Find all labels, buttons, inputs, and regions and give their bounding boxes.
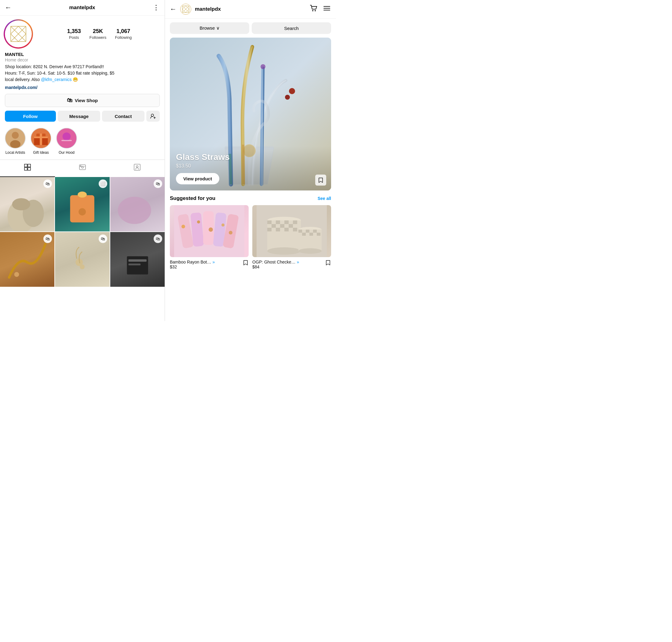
tab-grid[interactable] — [0, 160, 55, 177]
svg-point-103 — [299, 248, 322, 254]
svg-point-71 — [182, 225, 185, 228]
grid-item[interactable]: 🛍 — [110, 177, 164, 231]
grid-item[interactable]: ⬜ — [55, 177, 109, 231]
highlight-circle-3 — [56, 128, 77, 149]
highlight-gift-ideas[interactable]: Gift Ideas — [30, 128, 51, 155]
content-tabs — [0, 159, 164, 177]
svg-point-75 — [229, 231, 233, 234]
svg-rect-29 — [134, 164, 140, 170]
suggested-item[interactable]: Bamboo Rayon Bot… » $32 — [170, 205, 249, 272]
view-shop-button[interactable]: 🛍 View Shop — [5, 94, 160, 107]
add-user-button[interactable] — [146, 111, 160, 122]
svg-rect-82 — [276, 220, 280, 224]
svg-rect-88 — [272, 224, 276, 228]
svg-rect-80 — [267, 220, 272, 224]
svg-rect-105 — [302, 230, 306, 233]
tab-reels[interactable] — [55, 160, 110, 177]
tab-tagged[interactable] — [110, 160, 164, 177]
suggested-item-name: Bamboo Rayon Bot… — [170, 259, 211, 265]
message-button[interactable]: Message — [58, 111, 100, 122]
shop-badge: ⬜ — [98, 179, 107, 188]
left-header: ← mantelpdx ⋮ — [0, 0, 164, 16]
svg-point-59 — [261, 64, 265, 69]
avatar[interactable] — [5, 21, 32, 47]
menu-icon[interactable] — [322, 4, 331, 14]
profile-bio: Shop location: 8202 N. Denver Ave 97217 … — [5, 64, 160, 83]
svg-point-61 — [289, 88, 295, 94]
svg-rect-81 — [272, 220, 276, 224]
cart-icon[interactable] — [309, 4, 318, 14]
svg-point-30 — [136, 166, 138, 168]
grid-item[interactable]: 🛍 — [0, 177, 54, 231]
bio-emoji: 😁 — [72, 77, 78, 82]
reels-icon — [79, 164, 86, 173]
suggested-item-footer: Bamboo Rayon Bot… » $32 — [170, 257, 249, 272]
grid-item[interactable]: 🛍 — [110, 232, 164, 286]
suggested-section: Suggested for you See all — [165, 195, 336, 272]
shop-badge: 🛍 — [154, 179, 162, 188]
svg-point-33 — [12, 198, 30, 210]
svg-rect-23 — [24, 168, 27, 170]
svg-rect-115 — [317, 233, 320, 236]
followers-label: Followers — [90, 35, 107, 40]
browse-button[interactable]: Browse ∨ — [170, 22, 249, 34]
svg-rect-95 — [272, 228, 276, 231]
contact-button[interactable]: Contact — [102, 111, 144, 122]
svg-point-52 — [312, 10, 313, 11]
search-label: Search — [284, 26, 299, 31]
svg-rect-107 — [309, 230, 313, 233]
svg-rect-97 — [280, 228, 285, 231]
posts-stat[interactable]: 1,353 Posts — [67, 28, 81, 40]
suggested-img-1 — [170, 205, 249, 257]
svg-point-72 — [197, 220, 200, 223]
svg-rect-104 — [299, 230, 302, 233]
product-price: $13.50 — [176, 163, 325, 169]
see-all-link[interactable]: See all — [318, 196, 331, 201]
grid-item[interactable]: 🛍 — [0, 232, 54, 286]
right-shop-name: mantelpdx — [195, 6, 221, 12]
svg-rect-98 — [285, 228, 289, 231]
featured-product[interactable]: Glass Straws $13.50 View product — [170, 38, 331, 191]
more-options-button[interactable]: ⋮ — [153, 4, 160, 12]
posts-grid: 🛍 ⬜ 🛍 — [0, 177, 164, 287]
followers-stat[interactable]: 25K Followers — [90, 28, 107, 40]
bookmark-small-1[interactable] — [242, 259, 249, 267]
suggested-title: Suggested for you — [170, 195, 215, 202]
svg-rect-17 — [34, 136, 48, 138]
profile-link[interactable]: mantelpdx.com/ — [5, 85, 38, 90]
bookmark-small-2[interactable] — [325, 259, 331, 267]
bookmark-button[interactable] — [315, 175, 326, 185]
grid-item[interactable]: 🛍 — [55, 232, 109, 286]
search-button[interactable]: Search — [252, 22, 331, 34]
suggested-item-price: $32 — [170, 265, 242, 269]
mention-link[interactable]: @kfm_ceramics — [41, 77, 72, 82]
product-info-overlay: Glass Straws $13.50 View product — [170, 146, 331, 191]
following-label: Following — [115, 35, 132, 40]
grid-icon — [24, 164, 31, 173]
highlight-label-2: Gift Ideas — [33, 151, 49, 155]
right-header: ← mantelpdx — [165, 0, 336, 18]
bio-line3: local delivery. Also — [5, 77, 41, 82]
svg-rect-24 — [28, 168, 30, 170]
back-button[interactable]: ← — [5, 4, 12, 12]
shop-badge: 🛍 — [98, 234, 107, 243]
svg-rect-100 — [293, 228, 297, 231]
svg-rect-86 — [293, 220, 297, 224]
suggested-item[interactable]: OGP: Ghost Checke… » $84 — [252, 205, 331, 272]
follow-button[interactable]: Follow — [5, 111, 56, 122]
product-title: Glass Straws — [176, 152, 325, 162]
profile-stats: 1,353 Posts 25K Followers 1,067 Followin… — [39, 28, 160, 40]
svg-rect-92 — [289, 224, 293, 228]
shop-bag-icon: 🛍 — [67, 97, 73, 104]
bio-line1: Shop location: 8202 N. Denver Ave 97217 … — [5, 64, 104, 69]
posts-count: 1,353 — [67, 28, 81, 35]
highlight-our-hood[interactable]: Our Hood — [56, 128, 77, 155]
svg-rect-44 — [128, 264, 141, 265]
svg-point-79 — [267, 247, 301, 255]
browse-search-row: Browse ∨ Search — [165, 18, 336, 38]
following-stat[interactable]: 1,067 Following — [115, 28, 132, 40]
view-product-button[interactable]: View product — [176, 173, 219, 184]
highlights-row: Local Artists Gift Ideas — [0, 125, 164, 159]
right-back-button[interactable]: ← — [170, 5, 176, 13]
highlight-local-artists[interactable]: Local Artists — [5, 128, 26, 155]
